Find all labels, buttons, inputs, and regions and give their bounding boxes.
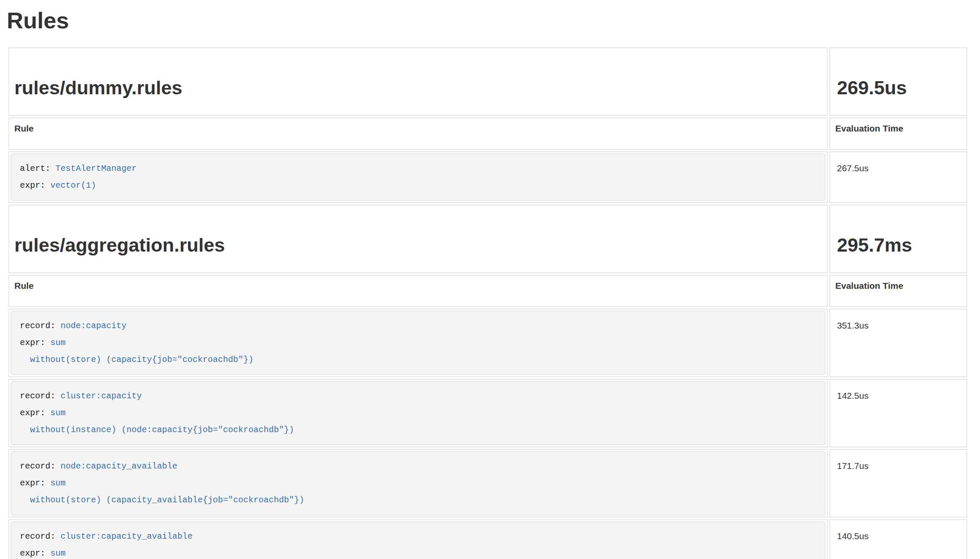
record-name-link[interactable]: node:capacity (61, 321, 127, 331)
code-line: without(store) (capacity{job="cockroachd… (20, 351, 816, 368)
rule-key: expr: (20, 478, 50, 488)
column-header-row: Rule Evaluation Time (8, 275, 967, 307)
code-line: expr: sum (20, 475, 816, 492)
evaluation-time-value: 267.5us (829, 151, 967, 203)
rule-code-block: record: cluster:capacity_available expr:… (11, 521, 826, 559)
rule-code-block: alert: TestAlertManager expr: vector(1) (11, 153, 826, 201)
rule-key: record: (20, 532, 61, 541)
code-line: without(instance) (node:capacity{job="co… (20, 422, 816, 438)
group-evaluation-time: 295.7ms (830, 223, 966, 255)
rule-code-block: record: node:capacity expr: sum without(… (11, 311, 826, 375)
rule-column-header: Rule (8, 118, 828, 150)
group-name: rules/aggregation.rules (9, 223, 827, 255)
rule-key: record: (20, 391, 61, 401)
expr-link[interactable]: sum (50, 548, 66, 558)
group-name-cell: rules/dummy.rules (8, 47, 828, 116)
rule-key: expr: (20, 548, 50, 558)
group-name: rules/dummy.rules (9, 66, 827, 98)
rule-cell: record: cluster:capacity expr: sum witho… (8, 379, 828, 447)
rule-key: record: (20, 461, 61, 471)
rule-key: expr: (20, 338, 50, 348)
rule-cell: record: node:capacity_available expr: su… (8, 449, 828, 518)
record-name-link[interactable]: cluster:capacity (61, 391, 142, 401)
rule-column-header: Rule (8, 275, 828, 307)
expr-link[interactable]: without(store) (capacity{job="cockroachd… (20, 355, 253, 364)
code-line: expr: sum (20, 334, 816, 351)
rules-page: Rules rules/dummy.rules 269.5us Rule Eva… (0, 8, 980, 559)
alert-name-link[interactable]: TestAlertManager (55, 164, 137, 173)
evaluation-time-value: 142.5us (829, 379, 967, 447)
rule-cell: record: node:capacity expr: sum without(… (8, 309, 828, 377)
rule-row: record: node:capacity expr: sum without(… (8, 309, 967, 377)
code-line: record: node:capacity_available (20, 458, 816, 475)
group-name-cell: rules/aggregation.rules (8, 205, 828, 273)
record-name-link[interactable]: node:capacity_available (61, 461, 177, 471)
code-line: alert: TestAlertManager (20, 160, 816, 177)
code-line: expr: vector(1) (20, 177, 816, 194)
expr-link[interactable]: vector(1) (50, 181, 96, 190)
expr-link[interactable]: sum (50, 478, 66, 488)
rule-code-block: record: node:capacity_available expr: su… (11, 451, 826, 515)
record-name-link[interactable]: cluster:capacity_available (61, 532, 193, 541)
group-time-cell: 269.5us (829, 47, 967, 116)
rule-row: record: cluster:capacity_available expr:… (8, 519, 967, 559)
group-header-row: rules/dummy.rules 269.5us (8, 47, 967, 116)
expr-link[interactable]: sum (50, 338, 66, 348)
code-line: expr: sum (20, 545, 816, 559)
page-title: Rules (7, 8, 969, 33)
rule-cell: record: cluster:capacity_available expr:… (8, 519, 828, 559)
expr-link[interactable]: sum (50, 408, 66, 418)
code-line: record: node:capacity (20, 318, 816, 334)
rules-table: rules/dummy.rules 269.5us Rule Evaluatio… (7, 46, 969, 559)
column-header-row: Rule Evaluation Time (8, 118, 967, 150)
evaluation-time-value: 140.5us (829, 519, 967, 559)
rule-cell: alert: TestAlertManager expr: vector(1) (8, 151, 828, 203)
group-time-cell: 295.7ms (829, 205, 967, 273)
rule-row: alert: TestAlertManager expr: vector(1) … (8, 151, 967, 203)
evaluation-time-value: 351.3us (829, 309, 967, 377)
rule-code-block: record: cluster:capacity expr: sum witho… (11, 381, 826, 445)
evaluation-time-value: 171.7us (829, 449, 967, 518)
code-line: record: cluster:capacity (20, 388, 816, 405)
rule-key: record: (20, 321, 61, 331)
evaluation-time-column-header: Evaluation Time (829, 275, 967, 307)
rule-key: alert: (20, 164, 55, 173)
code-line: record: cluster:capacity_available (20, 528, 816, 545)
expr-link[interactable]: without(store) (capacity_available{job="… (20, 495, 304, 505)
rule-key: expr: (20, 181, 50, 190)
expr-link[interactable]: without(instance) (node:capacity{job="co… (20, 425, 294, 435)
rule-row: record: node:capacity_available expr: su… (8, 449, 967, 518)
rule-key: expr: (20, 408, 50, 418)
evaluation-time-column-header: Evaluation Time (829, 118, 967, 150)
group-header-row: rules/aggregation.rules 295.7ms (8, 205, 967, 273)
code-line: expr: sum (20, 405, 816, 422)
group-evaluation-time: 269.5us (830, 66, 966, 98)
code-line: without(store) (capacity_available{job="… (20, 492, 816, 509)
rule-row: record: cluster:capacity expr: sum witho… (8, 379, 967, 447)
